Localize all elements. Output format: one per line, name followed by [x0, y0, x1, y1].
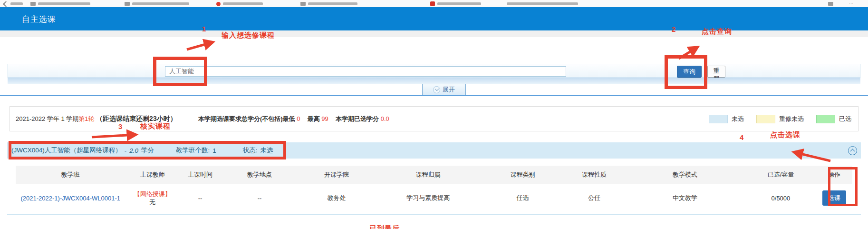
annotation-step3-label: 核实课程	[140, 122, 171, 131]
cell-category: 任选	[482, 184, 563, 212]
cell-belong: 学习与素质提高	[375, 184, 482, 212]
cell-college: 教务处	[299, 184, 375, 212]
selected-swatch	[816, 115, 835, 123]
expand-toggle[interactable]: 展开	[422, 84, 466, 95]
annotation-step2-number: 2	[672, 25, 675, 33]
cell-time: --	[180, 184, 221, 212]
bookmark-item[interactable]	[300, 1, 357, 6]
unselected-swatch	[709, 115, 728, 123]
col-header-place: 教学地点	[221, 166, 299, 184]
table-header-row: 教学班 上课教师 上课时间 教学地点 开课学院 课程归属 课程类别 课程性质 教…	[16, 166, 852, 184]
term-info-panel: 2021-2022 学年 1 学期第1轮 （距选课结束还剩23小时） 本学期选课…	[10, 106, 858, 131]
bookmark-item[interactable]	[4, 1, 23, 6]
reset-button[interactable]: 重置	[707, 66, 725, 78]
folder-icon	[30, 2, 36, 6]
bookmark-item[interactable]	[507, 1, 578, 6]
bookmark-item[interactable]	[30, 1, 90, 6]
red-circle-icon	[216, 2, 221, 6]
col-header-teacher: 上课教师	[125, 166, 180, 184]
page-header: 自主选课	[0, 7, 868, 30]
max-credit: 99	[321, 115, 328, 122]
arrow-step2	[679, 48, 697, 59]
course-title: (JWCX004)人工智能（超星网络课程）	[11, 146, 122, 155]
credits-unit: 学分	[141, 146, 154, 155]
class-id-link[interactable]: (2021-2022-1)-JWCX004-WL0001-1	[21, 195, 121, 202]
retake-swatch	[756, 115, 775, 123]
annotation-step4-number: 4	[740, 133, 743, 141]
annotation-step1-number: 1	[202, 25, 206, 33]
collapse-toggle[interactable]	[848, 146, 857, 155]
status-label: 状态:	[243, 146, 258, 155]
overflow-menu-icon[interactable]: ⋯	[849, 0, 855, 6]
select-course-button[interactable]: 选课	[822, 190, 846, 206]
cell-mode: 中文教学	[625, 184, 745, 212]
page-title: 自主选课	[22, 13, 56, 24]
chevron-up-icon	[850, 149, 855, 154]
course-group-bar: (JWCX004)人工智能（超星网络课程） - 2.0 学分 教学班个数: 1 …	[7, 142, 861, 159]
expand-label: 展开	[443, 85, 455, 94]
bookmark-item[interactable]	[430, 1, 481, 6]
folder-icon	[828, 2, 833, 6]
course-search-input[interactable]	[165, 66, 566, 77]
chevron-down-circle-icon	[433, 86, 440, 93]
legend-item-unselected: 未选	[709, 115, 744, 123]
legend-item-selected: 已选	[816, 115, 851, 123]
col-header-action: 操作	[816, 166, 852, 184]
col-header-college: 开课学院	[299, 166, 375, 184]
bookmarks-bar: ⋯	[0, 0, 868, 7]
class-table-panel: 教学班 上课教师 上课时间 教学地点 开课学院 课程归属 课程类别 课程性质 教…	[7, 159, 861, 215]
max-label: 最高	[308, 115, 320, 122]
selected-label: 本学期已选学分	[336, 115, 379, 122]
arrow-step1	[187, 42, 212, 50]
cell-place: --	[221, 184, 299, 212]
requirement-label: 本学期选课要求总学分(不包括)最低	[198, 115, 295, 122]
red-square-icon	[430, 1, 435, 6]
round-text: 第1轮	[78, 115, 94, 122]
annotation-step1-label: 输入想选修课程	[222, 31, 275, 40]
selected-credit: 0.0	[381, 115, 389, 122]
folder-icon	[125, 2, 130, 6]
table-row: (2021-2022-1)-JWCX004-WL0001-1 【网络授课】 无 …	[16, 184, 852, 212]
status-legend: 未选 重修未选 已选	[709, 115, 851, 123]
bookmark-folder-button[interactable]	[828, 1, 833, 6]
query-button[interactable]: 查询	[677, 66, 702, 78]
legend-item-retake: 重修未选	[756, 115, 804, 123]
class-count-label: 教学班个数:	[176, 146, 210, 155]
search-panel: 查询 重置	[8, 64, 860, 79]
expand-strip	[8, 78, 860, 84]
annotation-step2-label: 点击查询	[702, 27, 732, 36]
col-header-belong: 课程归属	[375, 166, 482, 184]
annotation-step4-label: 点击选课	[770, 130, 800, 139]
col-header-category: 课程类别	[482, 166, 563, 184]
teacher-tag: 【网络授课】	[126, 190, 179, 198]
annotation-step3-number: 3	[118, 122, 122, 130]
folder-icon	[300, 2, 306, 6]
bookmark-item[interactable]	[216, 1, 263, 6]
arrow-step3	[92, 135, 135, 137]
term-info-text: 2021-2022 学年 1 学期第1轮 （距选课结束还剩23小时） 本学期选课…	[16, 115, 389, 123]
cell-nature: 公任	[564, 184, 625, 212]
col-header-nature: 课程性质	[564, 166, 625, 184]
col-header-capacity: 已选/容量	[745, 166, 817, 184]
col-header-class: 教学班	[16, 166, 125, 184]
course-credits: 2.0	[129, 147, 138, 154]
class-table: 教学班 上课教师 上课时间 教学地点 开课学院 课程归属 课程类别 课程性质 教…	[16, 166, 852, 212]
col-header-time: 上课时间	[180, 166, 221, 184]
course-status: 未选	[260, 146, 273, 155]
bookmark-item[interactable]	[125, 1, 189, 6]
header-sub-strip	[0, 30, 868, 37]
col-header-mode: 教学模式	[625, 166, 745, 184]
term-text: 2021-2022 学年 1 学期	[16, 115, 78, 122]
min-credit: 0	[297, 115, 300, 122]
annotation-footer-text: 已到最后	[369, 224, 400, 229]
chevron-icon	[3, 1, 9, 7]
class-count: 1	[212, 147, 216, 154]
countdown-text: （距选课结束还剩23小时）	[96, 115, 177, 122]
teacher-name: 无	[126, 198, 179, 206]
dash: -	[125, 147, 127, 154]
cell-capacity: 0/5000	[745, 184, 817, 212]
